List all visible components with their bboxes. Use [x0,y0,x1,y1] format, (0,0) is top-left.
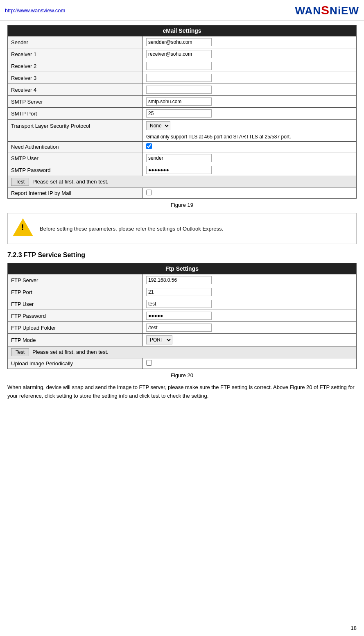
email-field-value [143,84,357,96]
ftp-field-label: FTP Password [8,310,143,322]
upload-label: Upload Image Periodically [8,358,143,369]
logo: WANSNiEW [295,3,359,17]
smtp-user-label: SMTP User [8,152,143,164]
warning-box: ! Before setting these parameters, pleas… [7,213,357,244]
smtp-pass-label: SMTP Password [8,164,143,176]
smtp-pass-input[interactable] [146,166,212,174]
email-field-label: Receiver 1 [8,48,143,60]
email-test-row: TestPlease set at first, and then test. [8,176,357,188]
email-input[interactable] [146,74,212,82]
ftp-input[interactable] [146,312,212,320]
email-test-button[interactable]: Test [11,178,29,186]
ftp-input[interactable] [146,324,212,332]
ftp-test-row: TestPlease set at first, and then test. [8,346,357,358]
ftp-field-value [143,322,357,334]
exclamation-mark: ! [21,223,24,231]
ftp-field-label: FTP User [8,298,143,310]
email-input[interactable] [146,97,212,106]
email-field-label: Receiver 2 [8,60,143,72]
email-field-value [143,108,357,120]
upload-checkbox[interactable] [146,360,152,366]
email-field-label: Sender [8,36,143,48]
report-ip-checkbox[interactable] [146,190,152,195]
logo-wan: WAN [295,5,321,17]
report-ip-value-cell [143,188,357,199]
ftp-field-label: FTP Server [8,274,143,286]
ftp-field-label: FTP Upload Folder [8,322,143,334]
auth-label: Need Authentication [8,142,143,152]
auth-value-cell [143,142,357,152]
tls-note-text: Gmail only support TLS at 465 port and S… [143,132,357,142]
website-link[interactable]: http://www.wansview.com [5,7,65,14]
email-test-note: Please set at first, and then test. [32,179,109,185]
ftp-settings-title: Ftp Settings [8,263,357,274]
email-field-value [143,60,357,72]
ftp-field-value [143,298,357,310]
body-text: When alarming, device will snap and send… [7,383,357,401]
ftp-field-value [143,286,357,298]
ftp-settings-table: Ftp Settings FTP ServerFTP PortFTP UserF… [7,263,357,369]
logo-niew: NiEW [330,5,359,17]
logo-s: S [321,3,330,17]
smtp-pass-value [143,164,357,176]
warning-icon: ! [13,218,33,239]
email-field-label: SMTP Server [8,96,143,108]
ftp-input[interactable] [146,300,212,308]
ftp-field-value [143,310,357,322]
warning-text: Before setting these parameters, please … [40,226,223,232]
auth-checkbox[interactable] [146,143,152,149]
tls-value-cell: None [143,120,357,132]
figure20-caption: Figure 20 [7,372,357,378]
email-input[interactable] [146,62,212,70]
email-field-value [143,96,357,108]
main-content: eMail Settings SenderReceiver 1Receiver … [0,21,364,405]
tls-note-label [8,132,143,142]
report-ip-label: Report Internet IP by Mail [8,188,143,199]
figure19-caption: Figure 19 [7,202,357,208]
smtp-user-input[interactable] [146,154,212,162]
ftp-mode-select[interactable]: PORT [146,335,172,344]
page-number: 18 [351,625,357,631]
email-field-label: SMTP Port [8,108,143,120]
ftp-mode-label: FTP Mode [8,334,143,346]
ftp-test-note: Please set at first, and then test. [32,349,109,355]
email-input[interactable] [146,38,212,46]
upload-value-cell [143,358,357,369]
ftp-input[interactable] [146,288,212,296]
email-field-label: Receiver 4 [8,84,143,96]
email-settings-table: eMail Settings SenderReceiver 1Receiver … [7,25,357,199]
email-field-value [143,48,357,60]
tls-select[interactable]: None [146,121,170,130]
smtp-user-value [143,152,357,164]
ftp-test-button[interactable]: Test [11,348,29,356]
section-heading: 7.2.3 FTP Service Setting [7,251,357,259]
ftp-field-label: FTP Port [8,286,143,298]
email-field-label: Receiver 3 [8,72,143,84]
email-settings-title: eMail Settings [8,25,357,36]
email-field-value [143,36,357,48]
email-input[interactable] [146,86,212,94]
ftp-field-value [143,274,357,286]
page-header: http://www.wansview.com WANSNiEW [0,0,364,21]
email-field-value [143,72,357,84]
email-input[interactable] [146,109,212,118]
tls-label: Transport Layer Security Protocol [8,120,143,132]
email-input[interactable] [146,50,212,58]
ftp-input[interactable] [146,276,212,284]
ftp-mode-value: PORT [143,334,357,346]
